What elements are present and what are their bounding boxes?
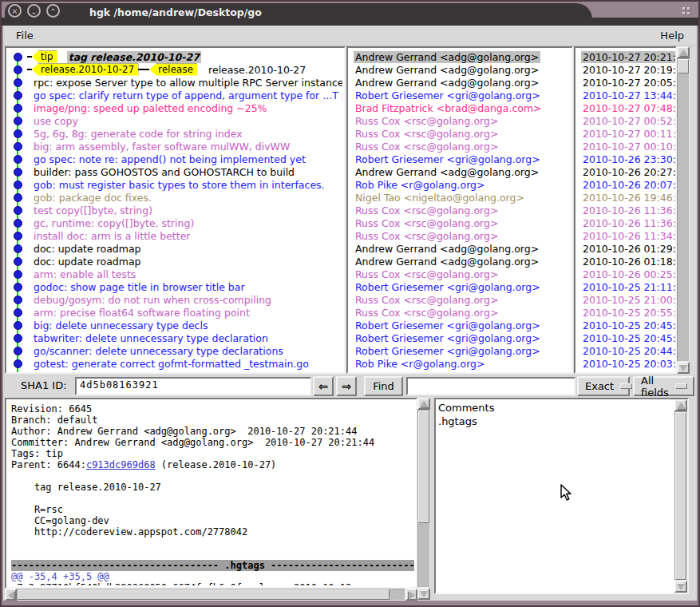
commit-headline[interactable]: big: arm assembly, faster software mulWW… [32, 141, 291, 153]
commit-row[interactable]: doc: update roadmap [8, 242, 342, 255]
commit-headline[interactable]: arm: enable all tests [32, 268, 137, 280]
commit-headline[interactable]: debug/gosym: do not run when cross-compi… [32, 294, 273, 306]
window-grip-icon[interactable] [682, 7, 690, 14]
menu-file[interactable]: File [13, 29, 37, 42]
commit-dot-icon[interactable] [8, 270, 27, 279]
commit-headline[interactable]: tag release.2010-10-27 [67, 51, 201, 63]
author-row[interactable]: Robert Griesemer <gri@golang.org> [350, 344, 570, 357]
commit-dot-icon[interactable] [8, 65, 27, 74]
close-icon[interactable]: ✕ [8, 4, 22, 18]
scroll-up-icon[interactable] [677, 46, 690, 58]
date-row[interactable]: 2010-10-26 11:36:23 [577, 204, 674, 216]
author-row[interactable]: Andrew Gerrand <adg@golang.org> [350, 255, 570, 268]
scrollbar-trough[interactable] [677, 58, 690, 362]
commit-dot-icon[interactable] [8, 104, 27, 113]
commit-headline[interactable]: arm: precise float64 software floating p… [32, 307, 251, 319]
date-row[interactable]: 2010-10-26 01:18:12 [577, 255, 674, 268]
commit-row[interactable]: tabwriter: delete unnecessary type decla… [8, 331, 342, 344]
scroll-down-icon[interactable] [417, 588, 430, 600]
scroll-left-icon[interactable] [5, 589, 17, 601]
date-row[interactable]: 2010-10-25 20:44:54 [577, 344, 674, 357]
commit-dot-icon[interactable] [8, 244, 27, 253]
author-row[interactable]: Nigel Tao <nigeltao@golang.org> [350, 191, 570, 204]
date-row[interactable]: 2010-10-26 23:30:35 [577, 153, 674, 165]
date-row[interactable]: 2010-10-25 20:45:43 [577, 319, 674, 331]
commit-row[interactable]: go spec: clarify return type of append, … [8, 89, 342, 101]
file-list-scrollbar[interactable] [674, 399, 687, 593]
forward-button[interactable]: ⇒ [336, 376, 357, 396]
scrollbar-thumb[interactable] [675, 412, 686, 580]
scrollbar-thumb[interactable] [418, 411, 429, 523]
date-row[interactable]: 2010-10-27 13:44:31 [577, 89, 674, 101]
commit-dot-icon[interactable] [8, 334, 27, 343]
date-row[interactable]: 2010-10-26 01:29:21 [577, 242, 674, 255]
date-row[interactable]: 2010-10-27 07:48:18 [577, 101, 674, 114]
date-row[interactable]: 2010-10-25 20:55:50 [577, 306, 674, 319]
commit-headline[interactable]: rpc: expose Server type to allow multipl… [32, 77, 342, 89]
commit-detail-pane[interactable]: Revision: 6645Branch: defaultAuthor: And… [5, 398, 417, 589]
commit-dot-icon[interactable] [8, 347, 27, 355]
commit-row[interactable]: gob: must register basic types to store … [8, 178, 342, 191]
scrollbar-trough[interactable] [17, 589, 405, 601]
date-row[interactable]: 2010-10-26 19:46:00 [577, 191, 674, 204]
file-list-item[interactable]: .hgtags [438, 415, 674, 428]
commit-row[interactable]: 5g, 6g, 8g: generate code for string ind… [8, 127, 342, 140]
author-row[interactable]: Rob Pike <r@golang.org> [350, 178, 570, 191]
date-row[interactable]: 2010-10-25 20:03:25 [577, 357, 674, 370]
commit-dot-icon[interactable] [8, 91, 27, 100]
commit-dot-icon[interactable] [8, 283, 27, 292]
commit-headline[interactable]: go spec: note re: append() not being imp… [32, 153, 307, 165]
menu-help[interactable]: Help [657, 29, 687, 42]
commit-dot-icon[interactable] [8, 321, 27, 330]
commit-headline-pane[interactable]: tiptag release.2010-10-27release.2010-10… [5, 46, 346, 374]
author-row[interactable]: Brad Fitzpatrick <brad@danga.com> [350, 101, 570, 114]
maximize-icon[interactable]: ⌃ [46, 4, 60, 18]
commit-dot-icon[interactable] [8, 193, 27, 202]
parent-hash-link[interactable]: c913dc969d68 [86, 459, 156, 470]
commit-row[interactable]: use copy [8, 114, 342, 127]
commit-headline[interactable]: gob: must register basic types to store … [32, 179, 326, 191]
author-row[interactable]: Russ Cox <rsc@golang.org> [350, 268, 570, 280]
scroll-down-icon[interactable] [674, 581, 687, 593]
date-row[interactable]: 2010-10-27 00:11:17 [577, 127, 674, 140]
find-input[interactable] [406, 377, 575, 395]
commit-headline[interactable]: go/scanner: delete unnecessary type decl… [32, 345, 285, 357]
commit-row[interactable]: arm: enable all tests [8, 268, 342, 280]
commit-row[interactable]: gc, runtime: copy([]byte, string) [8, 216, 342, 229]
scrollbar-trough[interactable] [674, 411, 687, 581]
date-row[interactable]: 2010-10-27 20:21:44 [577, 50, 674, 63]
commit-dot-icon[interactable] [8, 53, 27, 61]
commit-row[interactable]: release.2010-10-27releaserelease.2010-10… [8, 63, 342, 76]
date-row[interactable]: 2010-10-26 20:27:52 [577, 165, 674, 178]
match-type-dropdown[interactable]: Exact [577, 376, 630, 396]
commit-row[interactable]: godoc: show page title in browser title … [8, 280, 342, 293]
tag-label[interactable]: release.2010-10-27 [32, 64, 138, 76]
commit-headline[interactable]: 5g, 6g, 8g: generate code for string ind… [32, 128, 244, 140]
author-row[interactable]: Andrew Gerrand <adg@golang.org> [350, 63, 570, 76]
commit-row[interactable]: builder: pass GOHOSTOS and GOHOSTARCH to… [8, 165, 342, 178]
sha1-input[interactable]: 4d5b08163921 [75, 377, 311, 395]
commit-headline[interactable]: use copy [32, 115, 80, 127]
scroll-up-icon[interactable] [674, 399, 687, 411]
commit-dot-icon[interactable] [8, 219, 27, 228]
commit-row[interactable]: image/png: speed up paletted encoding ~2… [8, 101, 342, 114]
commit-row[interactable]: arm: precise float64 software floating p… [8, 306, 342, 319]
commit-dot-icon[interactable] [8, 359, 27, 368]
commit-dot-icon[interactable] [8, 206, 27, 215]
tag-label[interactable]: tip [32, 51, 57, 63]
commit-headline[interactable]: gob: package doc fixes. [32, 192, 153, 204]
commit-dot-icon[interactable] [8, 232, 27, 240]
commit-headline[interactable]: builder: pass GOHOSTOS and GOHOSTARCH to… [32, 166, 296, 178]
commit-headline[interactable]: gotest: generate correct gofmt-formatted… [32, 358, 310, 370]
date-row[interactable]: 2010-10-26 11:36:07 [577, 216, 674, 229]
commit-row[interactable]: install doc: arm is a little better [8, 229, 342, 242]
commit-row[interactable]: doc: update roadmap [8, 255, 342, 268]
commit-dot-icon[interactable] [8, 296, 27, 304]
commit-headline[interactable]: doc: update roadmap [32, 243, 143, 255]
commit-dot-icon[interactable] [8, 168, 27, 177]
author-row[interactable]: Andrew Gerrand <adg@golang.org> [350, 165, 570, 178]
author-row[interactable]: Russ Cox <rsc@golang.org> [350, 204, 570, 216]
author-row[interactable]: Robert Griesemer <gri@golang.org> [350, 280, 570, 293]
author-row[interactable]: Russ Cox <rsc@golang.org> [350, 114, 570, 127]
date-row[interactable]: 2010-10-27 00:52:54 [577, 114, 674, 127]
